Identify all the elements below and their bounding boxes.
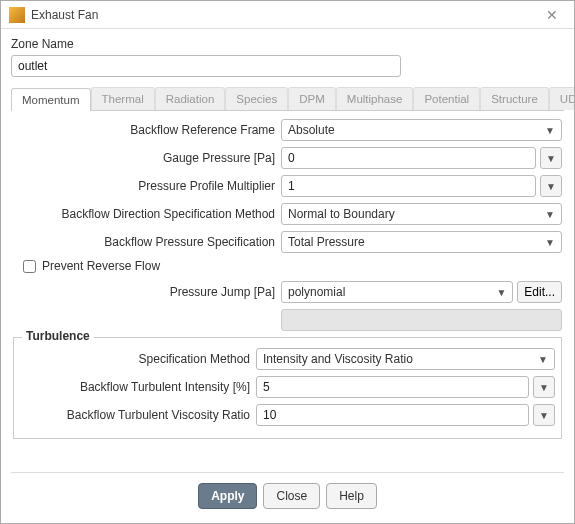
- footer: Apply Close Help: [11, 472, 564, 523]
- tab-momentum[interactable]: Momentum: [11, 88, 91, 111]
- tabs: Momentum Thermal Radiation Species DPM M…: [11, 87, 564, 111]
- turb-viscosity-ratio-label: Backflow Turbulent Viscosity Ratio: [20, 408, 256, 422]
- backflow-dir-spec-select[interactable]: Normal to Boundary ▼: [281, 203, 562, 225]
- zone-name-label: Zone Name: [11, 37, 564, 51]
- backflow-pressure-spec-label: Backflow Pressure Specification: [13, 235, 281, 249]
- tab-dpm[interactable]: DPM: [288, 87, 336, 110]
- titlebar: Exhaust Fan ✕: [1, 1, 574, 29]
- pressure-jump-value: polynomial: [288, 285, 345, 299]
- prevent-reverse-flow-checkbox[interactable]: [23, 260, 36, 273]
- tab-potential[interactable]: Potential: [413, 87, 480, 110]
- tab-thermal[interactable]: Thermal: [91, 87, 155, 110]
- backflow-ref-frame-select[interactable]: Absolute ▼: [281, 119, 562, 141]
- help-button[interactable]: Help: [326, 483, 377, 509]
- tab-uds[interactable]: UDS: [549, 87, 574, 110]
- tab-multiphase[interactable]: Multiphase: [336, 87, 414, 110]
- turbulence-title: Turbulence: [22, 329, 94, 343]
- caret-down-icon: ▼: [545, 125, 555, 136]
- backflow-pressure-spec-select[interactable]: Total Pressure ▼: [281, 231, 562, 253]
- gauge-pressure-input[interactable]: [281, 147, 536, 169]
- pressure-jump-label: Pressure Jump [Pa]: [13, 285, 281, 299]
- backflow-dir-spec-value: Normal to Boundary: [288, 207, 395, 221]
- disabled-field-bar: [281, 309, 562, 331]
- backflow-dir-spec-label: Backflow Direction Specification Method: [13, 207, 281, 221]
- backflow-ref-frame-value: Absolute: [288, 123, 335, 137]
- gauge-pressure-label: Gauge Pressure [Pa]: [13, 151, 281, 165]
- turb-spec-method-value: Intensity and Viscosity Ratio: [263, 352, 413, 366]
- window-title: Exhaust Fan: [31, 8, 538, 22]
- backflow-pressure-spec-value: Total Pressure: [288, 235, 365, 249]
- turb-intensity-dropdown[interactable]: ▼: [533, 376, 555, 398]
- turb-spec-method-select[interactable]: Intensity and Viscosity Ratio ▼: [256, 348, 555, 370]
- gauge-pressure-dropdown[interactable]: ▼: [540, 147, 562, 169]
- tab-radiation[interactable]: Radiation: [155, 87, 226, 110]
- backflow-ref-frame-label: Backflow Reference Frame: [13, 123, 281, 137]
- close-button[interactable]: Close: [263, 483, 320, 509]
- apply-button[interactable]: Apply: [198, 483, 257, 509]
- pressure-profile-mult-label: Pressure Profile Multiplier: [13, 179, 281, 193]
- turbulence-group: Turbulence Specification Method Intensit…: [13, 337, 562, 439]
- turb-intensity-label: Backflow Turbulent Intensity [%]: [20, 380, 256, 394]
- caret-down-icon: ▼: [545, 209, 555, 220]
- tab-species[interactable]: Species: [225, 87, 288, 110]
- zone-name-input[interactable]: [11, 55, 401, 77]
- app-icon: [9, 7, 25, 23]
- turb-viscosity-ratio-dropdown[interactable]: ▼: [533, 404, 555, 426]
- close-icon[interactable]: ✕: [538, 7, 566, 23]
- pressure-jump-select[interactable]: polynomial ▼: [281, 281, 513, 303]
- turb-viscosity-ratio-input[interactable]: [256, 404, 529, 426]
- tab-structure[interactable]: Structure: [480, 87, 549, 110]
- caret-down-icon: ▼: [496, 287, 506, 298]
- pressure-profile-mult-input[interactable]: [281, 175, 536, 197]
- prevent-reverse-flow-label: Prevent Reverse Flow: [42, 259, 160, 273]
- caret-down-icon: ▼: [545, 237, 555, 248]
- exhaust-fan-dialog: Exhaust Fan ✕ Zone Name Momentum Thermal…: [0, 0, 575, 524]
- caret-down-icon: ▼: [538, 354, 548, 365]
- turb-spec-method-label: Specification Method: [20, 352, 256, 366]
- turb-intensity-input[interactable]: [256, 376, 529, 398]
- pressure-jump-edit-button[interactable]: Edit...: [517, 281, 562, 303]
- pressure-profile-mult-dropdown[interactable]: ▼: [540, 175, 562, 197]
